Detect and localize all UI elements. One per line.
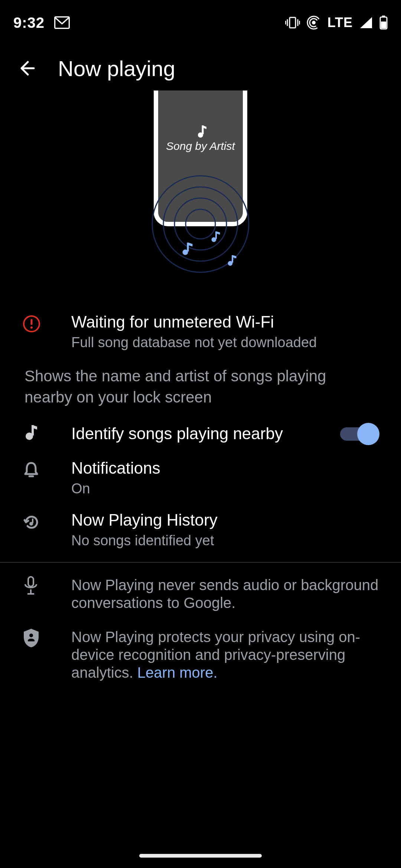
status-bar: 9:32 LTE — [0, 0, 401, 40]
divider — [0, 562, 401, 563]
svg-point-22 — [29, 522, 33, 526]
music-note-icon — [22, 423, 40, 441]
learn-more-link[interactable]: Learn more. — [137, 664, 218, 681]
svg-point-24 — [29, 634, 33, 637]
app-bar: Now playing — [0, 40, 401, 91]
svg-rect-23 — [28, 577, 33, 586]
privacy-shield-icon — [22, 628, 40, 648]
cellular-signal-icon — [359, 16, 373, 29]
svg-rect-19 — [31, 319, 33, 325]
page-title: Now playing — [58, 56, 175, 81]
svg-point-2 — [312, 21, 316, 24]
identify-songs-toggle[interactable] — [340, 423, 379, 445]
notifications-status: On — [71, 480, 379, 497]
svg-point-15 — [212, 237, 216, 242]
wifi-warning-title: Waiting for unmetered Wi-Fi — [71, 312, 379, 332]
identify-songs-row[interactable]: Identify songs playing nearby — [0, 416, 401, 452]
history-subtitle: No songs identified yet — [71, 532, 379, 549]
wifi-warning-row: Waiting for unmetered Wi-Fi Full song da… — [0, 306, 401, 358]
hero-caption: Song by Artist — [166, 140, 235, 152]
wifi-warning-subtitle: Full song database not yet downloaded — [71, 334, 379, 351]
now-playing-history-row[interactable]: Now Playing History No songs identified … — [0, 504, 401, 556]
feature-description: Shows the name and artist of songs playi… — [0, 358, 401, 416]
privacy-audio-row: Now Playing never sends audio or backgro… — [0, 569, 401, 617]
svg-rect-1 — [290, 17, 296, 28]
svg-point-17 — [228, 261, 232, 266]
svg-point-20 — [30, 326, 33, 329]
svg-rect-7 — [381, 22, 386, 28]
status-time: 9:32 — [13, 14, 45, 31]
svg-point-21 — [26, 433, 33, 440]
network-type-label: LTE — [327, 15, 353, 30]
history-icon — [22, 513, 41, 531]
privacy-shield-row: Now Playing protects your privacy using … — [0, 621, 401, 687]
mic-icon — [22, 576, 39, 595]
battery-icon — [379, 16, 388, 30]
arrow-back-icon — [17, 59, 36, 78]
music-note-icon — [228, 255, 236, 266]
svg-point-16 — [183, 250, 188, 255]
now-playing-illustration: Song by Artist — [0, 91, 401, 306]
svg-point-10 — [198, 132, 203, 138]
notifications-title: Notifications — [71, 458, 379, 478]
hotspot-icon — [307, 16, 321, 30]
back-button[interactable] — [13, 55, 40, 82]
history-title: Now Playing History — [71, 510, 379, 530]
privacy-audio-text: Now Playing never sends audio or backgro… — [71, 576, 379, 612]
bell-icon — [22, 461, 40, 479]
gmail-icon — [54, 16, 70, 29]
identify-songs-title: Identify songs playing nearby — [71, 424, 334, 444]
vibrate-icon — [285, 16, 300, 29]
notifications-row[interactable]: Notifications On — [0, 452, 401, 504]
gesture-nav-bar[interactable] — [0, 854, 401, 858]
alert-circle-icon — [22, 315, 41, 333]
privacy-shield-text: Now Playing protects your privacy using … — [71, 628, 379, 681]
